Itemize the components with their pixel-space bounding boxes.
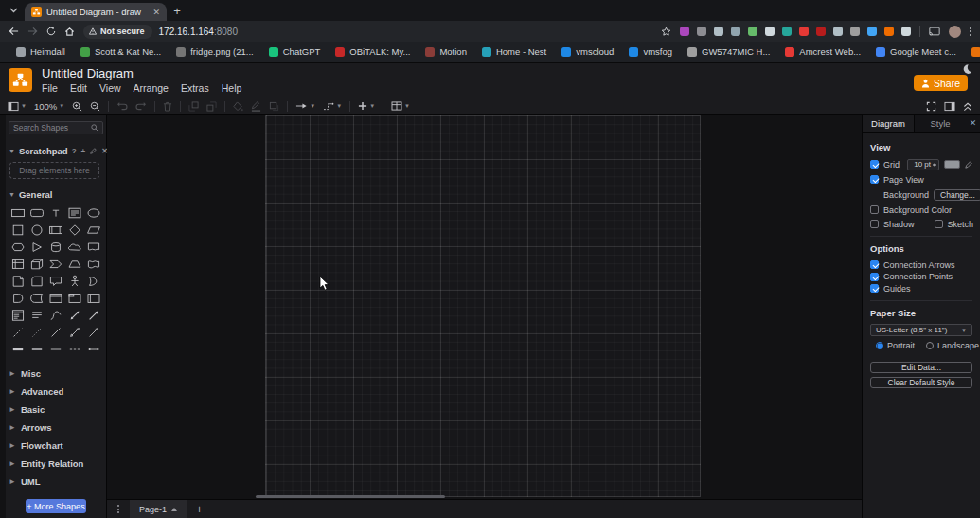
- url-text[interactable]: 172.16.1.164:8080: [159, 27, 238, 37]
- shape-directional-connector[interactable]: [84, 324, 103, 341]
- browser-menu-icon[interactable]: [970, 27, 971, 36]
- extension-icon[interactable]: [850, 27, 860, 36]
- extension-icon[interactable]: [714, 27, 723, 36]
- landscape-radio[interactable]: Landscape: [926, 341, 979, 350]
- shape-dashed-edge[interactable]: [65, 341, 84, 358]
- shape-process[interactable]: [46, 222, 65, 239]
- document-title[interactable]: Untitled Diagram: [42, 66, 241, 80]
- scratchpad-edit-icon[interactable]: [90, 148, 97, 154]
- zoom-out-button[interactable]: [90, 101, 100, 112]
- extension-icon[interactable]: [765, 27, 775, 36]
- panel-close-icon[interactable]: ✕: [966, 115, 980, 132]
- collapse-icon[interactable]: [963, 101, 972, 112]
- shape-rounded-rectangle[interactable]: [27, 205, 46, 222]
- cast-icon[interactable]: [929, 27, 940, 36]
- paper-size-select[interactable]: US-Letter (8,5" x 11") ▼: [870, 324, 972, 336]
- sketch-checkbox[interactable]: [935, 220, 943, 228]
- shape-callout[interactable]: [46, 273, 65, 290]
- shape-dashed-line[interactable]: [9, 324, 27, 341]
- forward-icon[interactable]: [27, 27, 38, 36]
- extension-icon[interactable]: [782, 27, 792, 36]
- page-view-checkbox[interactable]: [870, 175, 879, 184]
- delete-button[interactable]: [163, 101, 172, 112]
- undo-button[interactable]: [116, 101, 128, 111]
- shadow-button[interactable]: [269, 101, 279, 112]
- extension-icon[interactable]: [816, 27, 826, 36]
- extension-icon[interactable]: [731, 27, 740, 36]
- bookmark-item[interactable]: ChatGPT: [262, 46, 328, 57]
- page-dropdown-icon[interactable]: [171, 508, 177, 511]
- connection-style-button[interactable]: ▼: [295, 102, 315, 110]
- shape-container[interactable]: [46, 290, 65, 307]
- menu-extras[interactable]: Extras: [181, 82, 209, 94]
- extension-icon[interactable]: [799, 27, 809, 36]
- back-icon[interactable]: [9, 27, 19, 36]
- tab-close-icon[interactable]: ✕: [152, 8, 160, 17]
- section-misc[interactable]: ►Misc: [9, 365, 103, 383]
- section-flowchart[interactable]: ►Flowchart: [9, 437, 103, 455]
- extension-icon[interactable]: [867, 27, 877, 36]
- zoom-dropdown[interactable]: 100%▼: [34, 101, 64, 112]
- shape-ellipse[interactable]: [84, 205, 103, 222]
- section-advanced[interactable]: ►Advanced: [9, 383, 103, 401]
- shape-search[interactable]: [9, 121, 103, 134]
- edit-data-button[interactable]: Edit Data...: [870, 362, 972, 373]
- shadow-checkbox[interactable]: [870, 220, 879, 228]
- guides-checkbox[interactable]: [870, 284, 879, 293]
- shape-list[interactable]: [9, 307, 27, 324]
- menu-file[interactable]: File: [42, 82, 58, 94]
- section-uml[interactable]: ►UML: [9, 473, 103, 491]
- shape-list-item[interactable]: [27, 307, 46, 324]
- more-shapes-button[interactable]: + More Shapes: [26, 499, 86, 513]
- bookmark-item[interactable]: vmscloud: [555, 46, 620, 57]
- shape-cube[interactable]: [27, 256, 46, 273]
- grid-color-swatch[interactable]: [944, 160, 960, 169]
- shape-circle[interactable]: [27, 222, 46, 239]
- shape-cloud[interactable]: [65, 239, 84, 256]
- extension-icon[interactable]: [697, 27, 706, 36]
- bookmark-item[interactable]: Scott & Kat Ne...: [74, 46, 168, 57]
- shape-bold-line[interactable]: [9, 341, 27, 358]
- shape-text[interactable]: [46, 205, 65, 222]
- horizontal-scrollbar[interactable]: [256, 495, 445, 498]
- grid-size-input[interactable]: 10 pt: [907, 159, 939, 170]
- section-entity-relation[interactable]: ►Entity Relation: [9, 455, 103, 473]
- shape-note[interactable]: [9, 273, 27, 290]
- bookmark-star-icon[interactable]: [661, 27, 671, 37]
- bookmark-item[interactable]: Heimdall: [9, 46, 72, 57]
- shape-textbox[interactable]: [65, 205, 84, 222]
- shape-horizontal-line[interactable]: [46, 341, 65, 358]
- grid-checkbox[interactable]: [870, 160, 879, 169]
- extension-icon[interactable]: [680, 27, 689, 36]
- theme-toggle-moon-icon[interactable]: [961, 63, 972, 75]
- connection-points-checkbox[interactable]: [870, 273, 879, 281]
- shape-or[interactable]: [84, 273, 103, 290]
- extension-icon[interactable]: [901, 27, 911, 36]
- background-color-checkbox[interactable]: [870, 205, 879, 214]
- section-basic[interactable]: ►Basic: [9, 401, 103, 419]
- shape-filled-edge[interactable]: [27, 341, 46, 358]
- pages-menu-icon[interactable]: [107, 505, 130, 513]
- diagram-canvas[interactable]: [107, 115, 862, 499]
- shape-document[interactable]: [84, 239, 103, 256]
- insert-button[interactable]: ▼: [358, 101, 375, 111]
- shape-actor[interactable]: [65, 273, 84, 290]
- search-input[interactable]: [13, 123, 88, 133]
- section-general[interactable]: ▼ General: [9, 189, 103, 200]
- bookmark-item[interactable]: OBiTALK: My...: [329, 46, 417, 57]
- shape-link[interactable]: [84, 341, 103, 358]
- reload-icon[interactable]: [46, 27, 56, 36]
- zoom-in-button[interactable]: [72, 101, 82, 112]
- address-bar[interactable]: Not secure 172.16.1.164:8080: [83, 25, 652, 39]
- menu-edit[interactable]: Edit: [70, 82, 87, 94]
- tab-style[interactable]: Style: [915, 115, 966, 132]
- shape-trapezoid[interactable]: [65, 256, 84, 273]
- background-change-button[interactable]: Change...: [934, 189, 980, 201]
- bookmark-item[interactable]: Home - Nest: [475, 46, 553, 57]
- to-front-button[interactable]: [188, 101, 199, 112]
- format-panel-toggle-icon[interactable]: [944, 101, 955, 112]
- shape-curve[interactable]: [46, 307, 65, 324]
- shape-parallelogram[interactable]: [84, 222, 103, 239]
- scratchpad-help-icon[interactable]: ?: [72, 147, 77, 155]
- shape-tape[interactable]: [84, 256, 103, 273]
